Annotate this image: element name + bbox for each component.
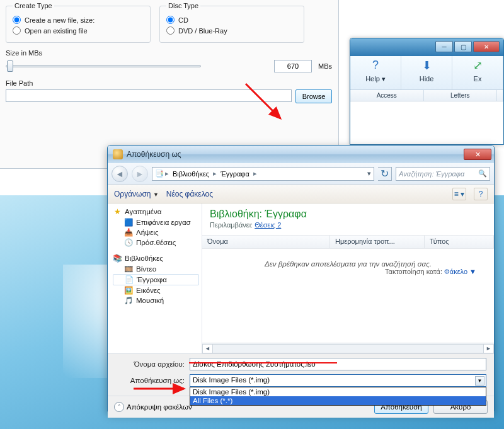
radio-cd[interactable]: CD xyxy=(166,16,297,24)
cmd-organize[interactable]: Οργάνωση ▼ xyxy=(114,190,159,198)
col-type[interactable]: Τύπος xyxy=(425,236,494,248)
sidebar-item-downloads[interactable]: 📥Λήψεις xyxy=(113,227,199,237)
dialog-titlebar[interactable]: Αποθήκευση ως ✕ xyxy=(108,146,494,163)
filetype-option-img[interactable]: Disk Image Files (*.img) xyxy=(190,387,486,396)
col-access[interactable]: Access xyxy=(350,90,424,101)
size-unit: MBs xyxy=(318,62,332,70)
dialog-close-button[interactable]: ✕ xyxy=(464,149,491,160)
filetype-dropdown[interactable]: Disk Image Files (*.img) All Files (*.*) xyxy=(190,387,486,406)
toolbar-hide[interactable]: ⬇ Hide xyxy=(401,56,452,89)
filename-input[interactable] xyxy=(190,358,486,370)
chevron-up-icon: ˄ xyxy=(114,402,124,412)
hide-folders-toggle[interactable]: ˄ Απόκρυψη φακέλων xyxy=(114,402,192,412)
col-date[interactable]: Ημερομηνία τροπ... xyxy=(330,236,425,248)
create-type-legend: Create Type xyxy=(13,2,54,9)
sidebar-item-documents[interactable]: 📄Έγγραφα xyxy=(113,274,199,285)
sidebar: ★ Αγαπημένα 🟦Επιφάνεια εργασ 📥Λήψεις 🕓Πρ… xyxy=(108,203,202,353)
parent-titlebar: ─ ▢ ✕ xyxy=(350,38,503,56)
file-path-input[interactable] xyxy=(6,89,292,102)
column-headers[interactable]: Όνομα Ημερομηνία τροπ... Τύπος xyxy=(202,235,494,249)
filetype-option-all[interactable]: All Files (*.*) xyxy=(190,396,486,405)
star-icon: ★ xyxy=(113,207,122,216)
col-name[interactable]: Όνομα xyxy=(202,236,330,248)
radio-open-existing-input[interactable] xyxy=(13,26,21,35)
folder-icon: 📑 xyxy=(155,169,164,178)
help-button[interactable]: ? xyxy=(474,188,488,200)
nav-back-button[interactable]: ◄ xyxy=(112,166,128,182)
close-button[interactable]: ✕ xyxy=(473,41,500,52)
cmd-new-folder[interactable]: Νέος φάκελος xyxy=(166,190,213,198)
nav-forward-button[interactable]: ► xyxy=(132,166,148,182)
refresh-button[interactable]: ↻ xyxy=(378,167,392,181)
sidebar-item-desktop[interactable]: 🟦Επιφάνεια εργασ xyxy=(113,217,199,227)
search-icon: 🔍 xyxy=(478,169,487,178)
radio-open-existing[interactable]: Open an existing file xyxy=(13,26,144,35)
disc-type-legend: Disc Type xyxy=(166,2,200,9)
help-icon: ? xyxy=(368,59,383,74)
size-input[interactable] xyxy=(274,60,312,72)
size-slider[interactable] xyxy=(6,59,201,73)
sidebar-item-videos[interactable]: 🎞️Βίντεο xyxy=(113,264,199,274)
sidebar-item-pictures[interactable]: 🖼️Εικόνες xyxy=(113,285,199,295)
dialog-title: Αποθήκευση ως xyxy=(127,150,181,159)
filetype-label: Αποθήκευση ως: xyxy=(115,377,185,384)
sidebar-item-music[interactable]: 🎵Μουσική xyxy=(113,295,199,306)
size-label: Size in MBs xyxy=(6,49,332,57)
h-scrollbar[interactable]: ◄► xyxy=(202,343,494,353)
toolbar-help[interactable]: ? Help ▾ xyxy=(350,56,401,89)
sidebar-libraries[interactable]: 📚 Βιβλιοθήκες xyxy=(113,254,199,263)
disc-type-group: Disc Type CD DVD / Blue-Ray xyxy=(159,2,304,43)
radio-dvd-input[interactable] xyxy=(166,26,175,35)
file-list-area: Βιβλιοθήκη: Έγγραφα Περιλαμβάνει: Θέσεις… xyxy=(202,203,494,353)
app-panel: Create Type Create a new file, size: Ope… xyxy=(0,0,339,169)
radio-cd-input[interactable] xyxy=(166,16,175,24)
radio-dvd[interactable]: DVD / Blue-Ray xyxy=(166,26,297,35)
col-letters[interactable]: Letters xyxy=(424,90,498,101)
radio-create-new-input[interactable] xyxy=(13,16,21,24)
maximize-button[interactable]: ▢ xyxy=(454,41,472,52)
hide-icon: ⬇ xyxy=(419,59,434,74)
filename-label: Όνομα αρχείου: xyxy=(115,360,185,368)
chevron-down-icon[interactable]: ▼ xyxy=(475,376,484,386)
locations-link[interactable]: Θέσεις 2 xyxy=(255,221,281,229)
view-button[interactable]: ≡ ▾ xyxy=(452,188,466,200)
parent-window: ─ ▢ ✕ ? Help ▾ ⬇ Hide ⤢ Ex Access Letter… xyxy=(350,38,504,145)
empty-text: Δεν βρέθηκαν αποτελέσματα για την αναζήτ… xyxy=(202,249,494,343)
file-path-label: File Path xyxy=(6,79,332,87)
library-heading: Βιβλιοθήκη: Έγγραφα xyxy=(210,209,486,220)
browse-button[interactable]: Browse xyxy=(295,89,332,103)
sort-by[interactable]: Τακτοποίηση κατά: Φάκελο ▼ xyxy=(385,268,476,275)
minimize-button[interactable]: ─ xyxy=(435,41,453,52)
sidebar-favorites[interactable]: ★ Αγαπημένα xyxy=(113,207,199,216)
app-icon xyxy=(113,149,123,159)
sidebar-item-recent[interactable]: 🕓Πρόσ.θέσεις xyxy=(113,237,199,248)
search-field[interactable]: Αναζήτηση: Έγγραφα 🔍 xyxy=(396,167,490,181)
filetype-combobox[interactable]: Disk Image Files (*.img) ▼ xyxy=(190,374,486,387)
toolbar-ex[interactable]: ⤢ Ex xyxy=(452,56,503,89)
radio-create-new[interactable]: Create a new file, size: xyxy=(13,16,144,24)
breadcrumb[interactable]: 📑 ▸ Βιβλιοθήκες ▸ Έγγραφα ▸ ▾ xyxy=(152,167,374,181)
create-type-group: Create Type Create a new file, size: Ope… xyxy=(6,2,151,43)
expand-icon: ⤢ xyxy=(470,59,485,74)
libraries-icon: 📚 xyxy=(113,254,122,263)
save-dialog: Αποθήκευση ως ✕ ◄ ► 📑 ▸ Βιβλιοθήκες ▸ Έγ… xyxy=(107,145,495,413)
